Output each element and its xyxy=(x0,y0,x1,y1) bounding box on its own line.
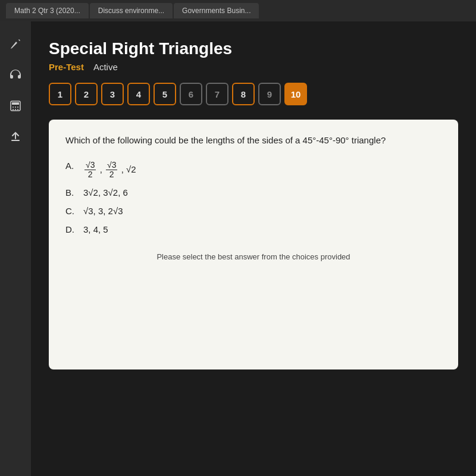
question-btn-7[interactable]: 7 xyxy=(206,83,228,105)
calculator-icon[interactable] xyxy=(0,90,31,121)
question-btn-8[interactable]: 8 xyxy=(232,83,255,105)
main-wrapper: Special Right Triangles Pre-Test Active … xyxy=(0,21,476,476)
option-c-math: √3, 3, 2√3 xyxy=(83,206,123,216)
question-btn-5[interactable]: 5 xyxy=(154,83,176,105)
svg-point-4 xyxy=(17,107,18,108)
upload-icon[interactable] xyxy=(0,121,31,152)
page-title: Special Right Triangles xyxy=(49,39,458,58)
pencil-icon[interactable] xyxy=(0,29,31,60)
subtitle-row: Pre-Test Active xyxy=(49,62,458,72)
option-a-letter: A. xyxy=(65,161,77,171)
answer-option-d[interactable]: D. 3, 4, 5 xyxy=(65,224,441,234)
please-select-text: Please select the best answer from the c… xyxy=(65,252,441,261)
answer-option-b[interactable]: B. 3√2, 3√2, 6 xyxy=(65,187,441,198)
question-btn-6[interactable]: 6 xyxy=(180,83,202,105)
pre-test-label: Pre-Test xyxy=(49,62,84,72)
option-b-letter: B. xyxy=(65,187,77,198)
option-c-letter: C. xyxy=(65,206,77,216)
sidebar xyxy=(0,21,31,476)
option-d-letter: D. xyxy=(65,224,77,234)
option-a-math: √3 2 , √3 2 , √2 xyxy=(83,161,136,180)
active-status-label: Active xyxy=(93,62,118,72)
content-panel: Special Right Triangles Pre-Test Active … xyxy=(31,21,476,476)
question-numbers-row: 1 2 3 4 5 6 7 8 9 10 xyxy=(49,83,458,105)
question-btn-1[interactable]: 1 xyxy=(49,83,71,105)
svg-point-7 xyxy=(17,109,18,110)
question-btn-4[interactable]: 4 xyxy=(127,83,150,105)
answer-option-a[interactable]: A. √3 2 , √3 2 , √2 xyxy=(65,161,441,180)
svg-point-6 xyxy=(15,109,16,110)
question-btn-2[interactable]: 2 xyxy=(75,83,98,105)
question-btn-10[interactable]: 10 xyxy=(284,83,307,105)
svg-point-3 xyxy=(15,107,16,108)
svg-point-2 xyxy=(12,107,14,108)
browser-tabs-bar: Math 2 Qtr 3 (2020... Discuss environme.… xyxy=(0,0,476,21)
option-d-math: 3, 4, 5 xyxy=(83,224,108,234)
question-btn-3[interactable]: 3 xyxy=(101,83,124,105)
question-btn-9[interactable]: 9 xyxy=(258,83,281,105)
svg-point-5 xyxy=(12,109,14,110)
svg-rect-1 xyxy=(12,102,19,105)
answer-option-c[interactable]: C. √3, 3, 2√3 xyxy=(65,206,441,216)
option-b-math: 3√2, 3√2, 6 xyxy=(83,187,128,198)
browser-tab-1[interactable]: Math 2 Qtr 3 (2020... xyxy=(6,3,89,18)
browser-tab-2[interactable]: Discuss environme... xyxy=(90,3,173,18)
question-text: Which of the following could be the leng… xyxy=(65,134,441,148)
question-card: Which of the following could be the leng… xyxy=(49,120,458,369)
headphones-icon[interactable] xyxy=(0,60,31,90)
browser-tab-3[interactable]: Governments Busin... xyxy=(174,3,259,18)
